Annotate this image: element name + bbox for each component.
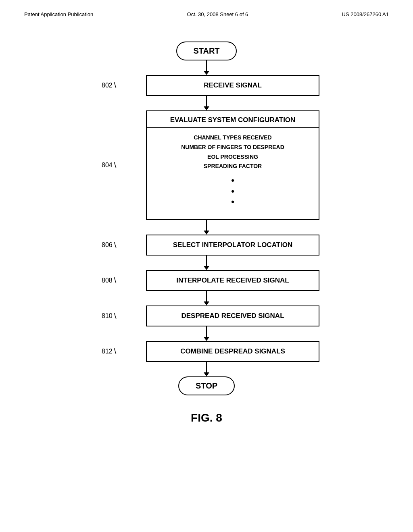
flowchart: START 802 ∖ RECEIVE SIGNAL 804 ∖ bbox=[86, 42, 327, 395]
eval-dots: ••• bbox=[155, 171, 311, 214]
eval-line-4: SPREADING FACTOR bbox=[155, 162, 311, 171]
evaluate-system-box: EVALUATE SYSTEM CONFIGURATION CHANNEL TY… bbox=[146, 110, 319, 220]
step-label-812: 812 ∖ bbox=[102, 347, 117, 356]
step-row-806: 806 ∖ SELECT INTERPOLATOR LOCATION bbox=[94, 235, 319, 256]
stop-node: STOP bbox=[178, 376, 235, 395]
step-row-804: 804 ∖ EVALUATE SYSTEM CONFIGURATION CHAN… bbox=[94, 110, 319, 220]
step-row-808: 808 ∖ INTERPOLATE RECEIVED SIGNAL bbox=[94, 270, 319, 291]
figure-caption: FIG. 8 bbox=[191, 411, 222, 424]
step-row-812: 812 ∖ COMBINE DESPREAD SIGNALS bbox=[94, 341, 319, 362]
arrow-0 bbox=[204, 60, 209, 75]
step-label-810: 810 ∖ bbox=[102, 312, 117, 320]
receive-signal-box: RECEIVE SIGNAL bbox=[146, 75, 319, 96]
start-node: START bbox=[176, 42, 236, 60]
diagram-area: START 802 ∖ RECEIVE SIGNAL 804 ∖ bbox=[0, 17, 413, 424]
eval-line-1: CHANNEL TYPES RECEIVED bbox=[155, 133, 311, 143]
step-label-802: 802 ∖ bbox=[102, 81, 117, 90]
header-center: Oct. 30, 2008 Sheet 6 of 6 bbox=[187, 11, 248, 17]
select-interpolator-box: SELECT INTERPOLATOR LOCATION bbox=[146, 235, 319, 256]
arrow-4 bbox=[204, 291, 209, 305]
step-label-808: 808 ∖ bbox=[102, 276, 117, 285]
header-left: Patent Application Publication bbox=[24, 11, 93, 17]
arrow-3 bbox=[204, 256, 209, 270]
step-label-806: 806 ∖ bbox=[102, 241, 117, 249]
interpolate-signal-box: INTERPOLATE RECEIVED SIGNAL bbox=[146, 270, 319, 291]
eval-title: EVALUATE SYSTEM CONFIGURATION bbox=[147, 111, 319, 128]
patent-header: Patent Application Publication Oct. 30, … bbox=[0, 0, 413, 17]
arrow-1 bbox=[204, 96, 209, 110]
step-label-804: 804 ∖ bbox=[102, 161, 117, 170]
combine-despread-box: COMBINE DESPREAD SIGNALS bbox=[146, 341, 319, 362]
step-row-810: 810 ∖ DESPREAD RECEIVED SIGNAL bbox=[94, 305, 319, 326]
arrow-5 bbox=[204, 326, 209, 341]
step-row-802: 802 ∖ RECEIVE SIGNAL bbox=[94, 75, 319, 96]
header-right: US 2008/267260 A1 bbox=[342, 11, 389, 17]
eval-line-3: EOL PROCESSING bbox=[155, 152, 311, 162]
eval-line-2: NUMBER OF FINGERS TO DESPREAD bbox=[155, 143, 311, 152]
eval-body: CHANNEL TYPES RECEIVED NUMBER OF FINGERS… bbox=[147, 128, 319, 219]
arrow-2 bbox=[204, 220, 209, 235]
arrow-6 bbox=[204, 362, 209, 376]
despread-signal-box: DESPREAD RECEIVED SIGNAL bbox=[146, 305, 319, 326]
